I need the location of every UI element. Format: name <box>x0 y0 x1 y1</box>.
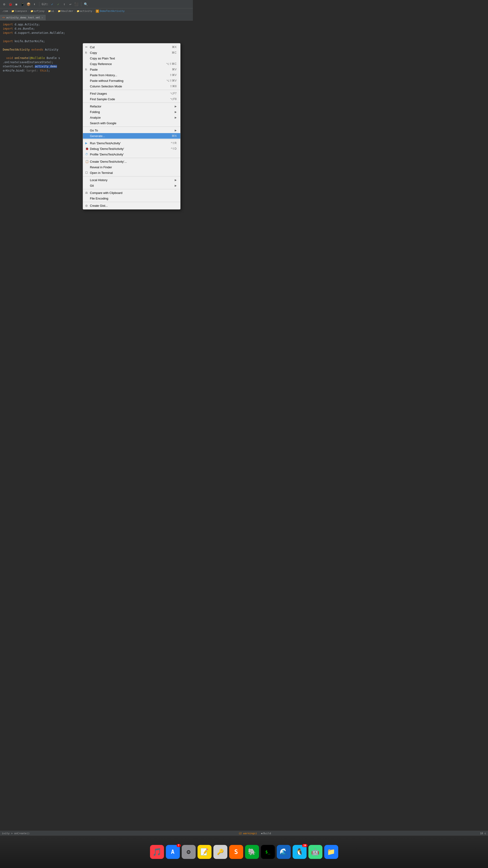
code-text-7: DemoTestActivity extends Activity <box>3 48 58 52</box>
menu-find-sample[interactable]: Find Sample Code ⌥F8 <box>83 96 180 102</box>
profile-icon: ⏱ <box>85 153 88 156</box>
menu-refactor[interactable]: Refactor ▶ <box>83 103 180 109</box>
git-check2-icon[interactable]: ✓ <box>56 2 61 6</box>
tool-icon-2[interactable]: 🐞 <box>8 2 12 6</box>
menu-copy[interactable]: ⎘ Copy ⌘C <box>83 50 180 56</box>
paste-history-shortcut: ⇧⌘V <box>170 73 176 77</box>
menu-folding[interactable]: Folding ▶ <box>83 109 180 115</box>
generate-shortcut: ⌘N <box>172 134 176 137</box>
paste-noformat-shortcut: ⌥⇧⌘V <box>166 79 176 82</box>
git-arrow-icon[interactable]: ↑ <box>62 2 67 6</box>
git-arrow: ▶ <box>175 184 176 187</box>
code-text-3: import d.support.annotation.Nullable; <box>3 31 65 35</box>
menu-debug[interactable]: 🐞 Debug 'DemoTestActivity' ^⇧D <box>83 146 180 152</box>
breadcrumb-sep2: › <box>28 9 30 12</box>
find-usages-label: Find Usages <box>90 92 165 95</box>
folder-icon-3: 📁 <box>48 10 51 12</box>
menu-create-gist[interactable]: ◎ Create Gist... <box>83 203 180 208</box>
breadcrumb-class[interactable]: C DemoTestActivity <box>96 9 125 13</box>
breadcrumb-activity[interactable]: 📁 activity <box>77 9 92 12</box>
menu-file-encoding[interactable]: File Encoding <box>83 195 180 201</box>
git-undo-icon[interactable]: ↩ <box>68 2 73 6</box>
find-usages-shortcut: ⌥F7 <box>170 92 176 95</box>
code-text-12: erKnife.bind( target: this); <box>3 68 50 73</box>
menu-paste-noformat[interactable]: Paste without Formatting ⌥⇧⌘V <box>83 78 180 84</box>
tool-icon-3[interactable]: ◼ <box>14 2 19 6</box>
breadcrumb-lianyucn[interactable]: 📁 lianyucn <box>11 9 27 12</box>
code-line-1: import d.app.Activity; <box>0 22 193 27</box>
code-text-1: import d.app.Activity; <box>3 22 40 27</box>
separator-1 <box>83 90 180 90</box>
menu-paste[interactable]: ⎘ Paste ⌘V <box>83 67 180 72</box>
debug-label: Debug 'DemoTestActivity' <box>90 147 166 151</box>
menu-find-usages[interactable]: Find Usages ⌥F7 <box>83 91 180 96</box>
copy-ref-shortcut: ⌥⇧⌘C <box>166 62 176 65</box>
breadcrumb-hbuilder[interactable]: 📁 hbuilder <box>58 9 73 12</box>
search-google-label: Search with Google <box>90 121 176 125</box>
tool-icon-6[interactable]: ⬇ <box>32 2 37 6</box>
menu-run[interactable]: ▶ Run 'DemoTestActivity' ^⇧R <box>83 140 180 146</box>
breadcrumb-com[interactable]: .com <box>2 9 8 12</box>
breadcrumb-lianyucn-text: lianyucn <box>15 9 27 12</box>
menu-create[interactable]: 📋 Create 'DemoTestActivity'... <box>83 159 180 164</box>
goto-label: Go To <box>90 129 175 132</box>
menu-column-select[interactable]: Column Selection Mode ⇧⌘8 <box>83 84 180 89</box>
tool-icon-5[interactable]: 📦 <box>26 2 31 6</box>
tool-icon-4[interactable]: 📱 <box>20 2 25 6</box>
menu-search-google[interactable]: Search with Google <box>83 120 180 126</box>
menu-open-terminal[interactable]: ☐ Open in Terminal <box>83 170 180 176</box>
code-line-2: import d.os.Bundle; <box>0 27 193 31</box>
code-text-5: import knife.ButterKnife; <box>3 39 45 43</box>
code-line-4 <box>0 35 193 39</box>
breadcrumb-sep5: › <box>74 9 76 12</box>
git-check-icon[interactable]: ✓ <box>50 2 55 6</box>
cut-shortcut: ⌘X <box>172 45 176 49</box>
paste-shortcut: ⌘V <box>172 68 176 71</box>
code-text-11: ntentView(R.layout.activity_demo <box>3 64 57 68</box>
breadcrumb-sep3: › <box>45 9 47 12</box>
code-text-10: .onCreate(savedInstanceState); <box>3 60 53 64</box>
tool-icon-1[interactable]: ⚙ <box>2 2 6 6</box>
analyze-label: Analyze <box>90 116 175 119</box>
debug-shortcut: ^⇧D <box>171 147 176 150</box>
menu-goto[interactable]: Go To ▶ <box>83 127 180 133</box>
tab-close-button[interactable]: ✕ <box>42 16 43 19</box>
copy-shortcut: ⌘C <box>172 51 176 54</box>
breadcrumb-sep1: › <box>9 9 11 12</box>
menu-copy-ref[interactable]: Copy Reference ⌥⇧⌘C <box>83 61 180 67</box>
menu-analyze[interactable]: Analyze ▶ <box>83 115 180 120</box>
code-text-9: void onCreate(@Nullable Bundle s <box>3 56 60 60</box>
breadcrumb-ui[interactable]: 📁 ui <box>48 9 54 12</box>
code-line-3: import d.support.annotation.Nullable; <box>0 31 193 35</box>
menu-compare-clipboard[interactable]: ⚖ Compare with Clipboard <box>83 190 180 195</box>
breadcrumb-hbuilder-text: hbuilder <box>61 9 73 12</box>
local-history-label: Local History <box>90 178 175 182</box>
tab-activity-demo[interactable]: <> activity_demo_test.xml ✕ <box>0 15 46 20</box>
menu-local-history[interactable]: Local History ▶ <box>83 177 180 183</box>
gist-icon: ◎ <box>85 204 88 207</box>
analyze-arrow: ▶ <box>175 116 176 119</box>
class-badge: C <box>96 9 99 13</box>
refactor-arrow: ▶ <box>175 105 176 108</box>
breadcrumb-activity-text: activity <box>80 9 92 12</box>
folder-icon-4: 📁 <box>58 10 61 12</box>
menu-generate[interactable]: Generate... ⌘N <box>83 133 180 139</box>
search-icon[interactable]: 🔍 <box>84 2 88 6</box>
menu-reveal[interactable]: Reveal in Finder <box>83 164 180 170</box>
git-square-icon[interactable]: ⬛ <box>74 2 79 6</box>
menu-git[interactable]: Git ▶ <box>83 183 180 188</box>
code-text-2: import d.os.Bundle; <box>3 27 35 31</box>
menu-copy-plain[interactable]: Copy as Plain Text <box>83 56 180 61</box>
copy-icon: ⎘ <box>85 51 87 54</box>
menu-cut[interactable]: ✂ Cut ⌘X <box>83 44 180 50</box>
menu-paste-history[interactable]: Paste from History... ⇧⌘V <box>83 72 180 78</box>
toolbar-divider <box>39 2 39 6</box>
folding-label: Folding <box>90 110 175 114</box>
breadcrumb-szfjzxy[interactable]: 📁 szfjzxy <box>31 9 44 12</box>
copy-plain-label: Copy as Plain Text <box>90 57 176 60</box>
separator-8 <box>83 202 180 202</box>
folding-arrow: ▶ <box>175 111 176 114</box>
menu-profile[interactable]: ⏱ Profile 'DemoTestActivity' <box>83 152 180 157</box>
xml-icon: <> <box>2 16 5 19</box>
cut-label: Cut <box>90 45 167 49</box>
